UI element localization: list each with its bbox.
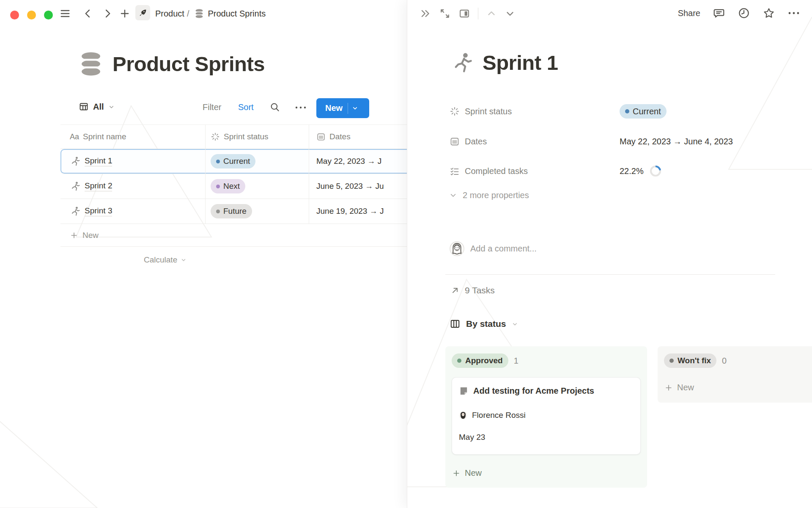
table-row[interactable]: Sprint 3 Future June 19, 2023 → J (60, 199, 407, 224)
property-row-dates[interactable]: Dates May 22, 2023 → June 4, 2023 (450, 132, 779, 151)
property-label: Completed tasks (465, 166, 528, 176)
window-zoom-button[interactable] (44, 11, 53, 19)
status-property-icon (450, 106, 460, 116)
board-view-selector[interactable]: By status (450, 318, 518, 329)
filter-button[interactable]: Filter (203, 102, 221, 112)
avatar (450, 241, 464, 256)
runner-icon (70, 206, 81, 217)
new-page-icon[interactable] (119, 8, 131, 19)
new-button-label: New (316, 103, 343, 113)
chevron-down-icon (108, 104, 115, 110)
comments-icon[interactable] (713, 7, 725, 19)
status-dot (216, 210, 220, 213)
more-properties-toggle[interactable]: 2 more properties (450, 190, 529, 200)
card-assignee: Florence Rossi (459, 411, 526, 420)
board-new-card-button[interactable]: New (664, 383, 694, 392)
status-dot (625, 109, 629, 113)
side-peek-panel: Share Sprint 1 Sprint status Current Dat… (407, 0, 812, 508)
record-title: Sprint 1 (483, 51, 558, 75)
database-icon (195, 8, 204, 19)
window-controls (10, 11, 53, 19)
updates-clock-icon[interactable] (738, 7, 750, 19)
dates-cell[interactable]: June 19, 2023 → J (309, 199, 407, 224)
board-column-header[interactable]: Won't fix 0 (664, 353, 727, 368)
topbar-divider (478, 8, 478, 19)
status-property-icon (211, 132, 220, 141)
dates-cell[interactable]: May 22, 2023 → J (309, 149, 407, 174)
column-header-dates[interactable]: Dates (309, 125, 407, 149)
table-new-row-button[interactable]: New (60, 224, 407, 247)
database-page-icon[interactable] (79, 51, 103, 77)
table-row[interactable]: Sprint 1 Current May 22, 2023 → J (60, 149, 407, 174)
back-button[interactable] (82, 8, 94, 19)
status-cell[interactable]: Next (206, 174, 309, 199)
column-header-sprint-name[interactable]: Aa Sprint name (60, 125, 206, 149)
property-row-sprint-status[interactable]: Sprint status Current (450, 102, 779, 121)
search-icon[interactable] (269, 102, 280, 113)
tasks-link[interactable]: 9 Tasks (450, 285, 495, 295)
status-label: Future (223, 207, 247, 216)
dates-cell[interactable]: June 5, 2023 → Ju (309, 174, 407, 199)
comment-placeholder: Add a comment... (470, 244, 537, 254)
sprint-name-link[interactable]: Sprint 2 (85, 181, 112, 191)
teamspace-icon[interactable] (135, 5, 150, 20)
breadcrumb-page[interactable]: Product Sprints (208, 9, 266, 19)
table-header-row: Aa Sprint name Sprint status Dates (60, 124, 407, 149)
column-header-label: Sprint status (224, 132, 269, 141)
plus-icon (664, 384, 673, 392)
breadcrumb-team[interactable]: Product (155, 9, 184, 19)
board-view-label: By status (466, 319, 506, 329)
sort-button[interactable]: Sort (238, 102, 254, 112)
more-properties-label: 2 more properties (463, 190, 529, 200)
rocket-icon (138, 8, 148, 17)
forward-button[interactable] (102, 8, 113, 19)
new-button-chevron-icon[interactable] (352, 105, 358, 111)
table-new-row-label: New (82, 231, 99, 240)
open-full-page-icon[interactable] (439, 8, 451, 19)
favorite-star-icon[interactable] (763, 7, 775, 19)
sprints-table: Aa Sprint name Sprint status Dates Sprin… (60, 124, 407, 273)
view-options-icon[interactable] (294, 105, 307, 110)
property-label: Dates (465, 137, 487, 146)
status-pill[interactable]: Current (620, 104, 667, 119)
sidebar-menu-icon[interactable] (59, 8, 71, 19)
new-button[interactable]: New (316, 98, 369, 118)
column-header-sprint-status[interactable]: Sprint status (206, 125, 309, 149)
status-dot (216, 160, 220, 163)
page-title: Product Sprints (112, 52, 265, 76)
status-cell[interactable]: Current (206, 149, 309, 174)
previous-record-icon[interactable] (486, 8, 497, 19)
more-options-icon[interactable] (787, 11, 800, 16)
close-peek-icon[interactable] (420, 8, 431, 19)
table-row[interactable]: Sprint 2 Next June 5, 2023 → Ju (60, 174, 407, 199)
view-tab-all[interactable]: All (79, 102, 115, 112)
card-title: Add testing for Acme Projects (473, 386, 594, 396)
property-row-completed-tasks[interactable]: Completed tasks 22.2% (450, 161, 779, 181)
next-record-icon[interactable] (505, 8, 516, 19)
status-dot (457, 359, 461, 363)
calculate-button[interactable]: Calculate (60, 247, 407, 273)
column-header-label: Dates (329, 132, 351, 141)
sprint-name-link[interactable]: Sprint 3 (85, 206, 112, 216)
board-column-header[interactable]: Approved 1 (452, 353, 518, 368)
task-card[interactable]: Add testing for Acme Projects Florence R… (452, 377, 641, 455)
board-new-card-button[interactable]: New (452, 468, 482, 478)
window-close-button[interactable] (10, 11, 19, 19)
sprint-name-link[interactable]: Sprint 1 (85, 156, 112, 166)
column-count: 0 (722, 356, 727, 366)
status-cell[interactable]: Future (206, 199, 309, 224)
chevron-down-icon (450, 192, 457, 199)
column-count: 1 (514, 356, 518, 366)
status-dot (216, 185, 220, 188)
dates-value: May 22, 2023 → June 4, 2023 (620, 132, 733, 151)
main-page-area: Product / Product Sprints Product Sprint… (0, 0, 407, 508)
status-label: Approved (465, 356, 503, 365)
share-button[interactable]: Share (678, 8, 700, 18)
status-label: Next (223, 182, 240, 191)
runner-icon[interactable] (450, 51, 474, 75)
comment-composer[interactable]: Add a comment... (450, 241, 537, 256)
side-peek-mode-icon[interactable] (458, 8, 470, 19)
page-header: Product Sprints (79, 51, 265, 77)
status-pill: Won't fix (664, 353, 716, 368)
window-minimize-button[interactable] (27, 11, 36, 19)
